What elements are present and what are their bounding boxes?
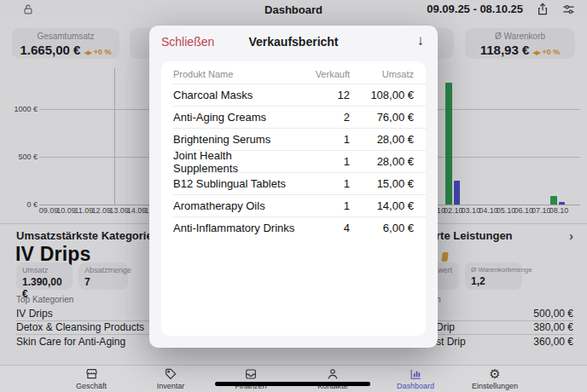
table-row: Aromatherapy Oils114,00 € (173, 194, 426, 216)
table-row: Anti-Inflammatory Drinks46,00 € (173, 216, 426, 239)
table-row: Anti-Aging Creams276,00 € (173, 106, 426, 128)
cell-sold: 1 (299, 155, 350, 168)
cell-sold: 2 (299, 111, 350, 124)
cell-sold: 1 (299, 177, 350, 190)
cell-product-name: Anti-Inflammatory Drinks (173, 222, 299, 234)
cell-sold: 12 (299, 89, 350, 101)
cell-sold: 1 (299, 133, 350, 146)
column-header-name: Produkt Name (173, 69, 299, 79)
cell-product-name: Aromatherapy Oils (173, 199, 299, 212)
cell-revenue: 28,00 € (350, 155, 414, 168)
modal-title: Verkaufsbericht (149, 35, 438, 49)
verkaufsbericht-modal: Schließen Verkaufsbericht ↓ Produkt Name… (149, 26, 438, 348)
cell-revenue: 14,00 € (350, 199, 414, 212)
table-header-row: Produkt Name Verkauft Umsatz (161, 61, 426, 84)
cell-product-name: Charcoal Masks (173, 89, 299, 101)
table-row: Charcoal Masks12108,00 € (173, 84, 426, 106)
column-header-sold: Verkauft (299, 69, 350, 79)
sales-report-table: Produkt Name Verkauft Umsatz Charcoal Ma… (161, 61, 426, 336)
cell-sold: 1 (299, 199, 350, 212)
download-icon[interactable]: ↓ (417, 32, 425, 49)
cell-product-name: Joint Health Supplements (173, 149, 299, 175)
cell-revenue: 28,00 € (350, 133, 414, 146)
app-screen: Dashboard 09.09.25 - 08.10.25 Gesamtumsa… (0, 0, 587, 392)
table-row: Brightening Serums128,00 € (173, 128, 426, 150)
cell-revenue: 76,00 € (350, 111, 414, 124)
cell-revenue: 6,00 € (350, 222, 414, 234)
table-body: Charcoal Masks12108,00 €Anti-Aging Cream… (161, 84, 426, 239)
cell-revenue: 15,00 € (350, 177, 414, 190)
cell-product-name: B12 Sublingual Tablets (173, 177, 299, 190)
cell-revenue: 108,00 € (350, 89, 414, 101)
cell-sold: 4 (299, 222, 350, 234)
table-row: Joint Health Supplements128,00 € (173, 150, 426, 172)
column-header-revenue: Umsatz (350, 69, 414, 79)
cell-product-name: Brightening Serums (173, 133, 299, 146)
cell-product-name: Anti-Aging Creams (173, 111, 299, 124)
table-row: B12 Sublingual Tablets115,00 € (173, 172, 426, 194)
